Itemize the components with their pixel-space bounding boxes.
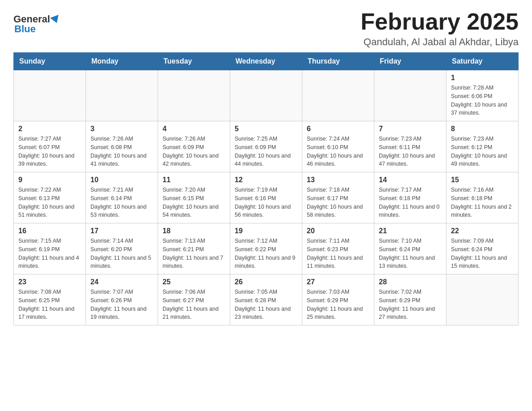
- calendar-day-header: Sunday: [14, 53, 86, 70]
- day-info: Sunrise: 7:19 AMSunset: 6:16 PMDaylight:…: [235, 186, 297, 219]
- day-number: 16: [18, 227, 81, 235]
- day-number: 19: [235, 227, 297, 235]
- calendar-day-cell: 28Sunrise: 7:02 AMSunset: 6:29 PMDayligh…: [374, 274, 446, 325]
- page-header: General Blue February 2025 Qandulah, Al …: [13, 9, 519, 48]
- day-info: Sunrise: 7:12 AMSunset: 6:22 PMDaylight:…: [235, 237, 297, 270]
- calendar-day-cell: 4Sunrise: 7:26 AMSunset: 6:09 PMDaylight…: [158, 121, 230, 172]
- day-number: 9: [18, 176, 81, 184]
- day-number: 15: [451, 176, 514, 184]
- calendar-day-cell: [230, 70, 302, 121]
- calendar-day-header: Saturday: [446, 53, 519, 70]
- calendar-day-cell: [446, 274, 519, 325]
- day-number: 11: [163, 176, 225, 184]
- day-info: Sunrise: 7:10 AMSunset: 6:24 PMDaylight:…: [379, 237, 442, 270]
- calendar-day-header: Monday: [86, 53, 158, 70]
- day-info: Sunrise: 7:08 AMSunset: 6:25 PMDaylight:…: [18, 288, 81, 321]
- calendar-day-cell: 24Sunrise: 7:07 AMSunset: 6:26 PMDayligh…: [86, 274, 158, 325]
- day-info: Sunrise: 7:16 AMSunset: 6:18 PMDaylight:…: [451, 186, 514, 219]
- day-number: 22: [451, 227, 514, 235]
- calendar-day-cell: 14Sunrise: 7:17 AMSunset: 6:18 PMDayligh…: [374, 172, 446, 223]
- calendar-week-row: 2Sunrise: 7:27 AMSunset: 6:07 PMDaylight…: [14, 121, 519, 172]
- day-info: Sunrise: 7:20 AMSunset: 6:15 PMDaylight:…: [163, 186, 225, 219]
- day-number: 21: [379, 227, 442, 235]
- calendar-day-cell: 1Sunrise: 7:28 AMSunset: 6:06 PMDaylight…: [446, 70, 519, 121]
- day-number: 20: [307, 227, 369, 235]
- day-info: Sunrise: 7:14 AMSunset: 6:20 PMDaylight:…: [90, 237, 153, 270]
- day-info: Sunrise: 7:23 AMSunset: 6:12 PMDaylight:…: [451, 135, 514, 168]
- logo: General Blue: [13, 13, 60, 35]
- day-number: 27: [307, 278, 369, 286]
- day-number: 6: [307, 125, 369, 133]
- calendar-day-cell: 18Sunrise: 7:13 AMSunset: 6:21 PMDayligh…: [158, 223, 230, 274]
- title-section: February 2025 Qandulah, Al Jabal al Akhd…: [360, 9, 519, 48]
- calendar-day-cell: 6Sunrise: 7:24 AMSunset: 6:10 PMDaylight…: [302, 121, 374, 172]
- calendar-day-cell: 10Sunrise: 7:21 AMSunset: 6:14 PMDayligh…: [86, 172, 158, 223]
- calendar-day-cell: 25Sunrise: 7:06 AMSunset: 6:27 PMDayligh…: [158, 274, 230, 325]
- day-info: Sunrise: 7:21 AMSunset: 6:14 PMDaylight:…: [90, 186, 153, 219]
- calendar-day-cell: 11Sunrise: 7:20 AMSunset: 6:15 PMDayligh…: [158, 172, 230, 223]
- calendar-day-cell: 8Sunrise: 7:23 AMSunset: 6:12 PMDaylight…: [446, 121, 519, 172]
- day-info: Sunrise: 7:26 AMSunset: 6:09 PMDaylight:…: [163, 135, 225, 168]
- day-info: Sunrise: 7:28 AMSunset: 6:06 PMDaylight:…: [451, 84, 514, 117]
- logo-blue-text: Blue: [14, 23, 36, 34]
- logo-triangle-icon: [50, 15, 61, 25]
- day-number: 13: [307, 176, 369, 184]
- calendar-week-row: 16Sunrise: 7:15 AMSunset: 6:19 PMDayligh…: [14, 223, 519, 274]
- calendar-day-header: Wednesday: [230, 53, 302, 70]
- calendar-day-cell: 20Sunrise: 7:11 AMSunset: 6:23 PMDayligh…: [302, 223, 374, 274]
- day-info: Sunrise: 7:13 AMSunset: 6:21 PMDaylight:…: [163, 237, 225, 270]
- calendar-week-row: 23Sunrise: 7:08 AMSunset: 6:25 PMDayligh…: [14, 274, 519, 325]
- calendar-table: SundayMondayTuesdayWednesdayThursdayFrid…: [13, 52, 519, 325]
- calendar-day-cell: 12Sunrise: 7:19 AMSunset: 6:16 PMDayligh…: [230, 172, 302, 223]
- calendar-day-cell: 13Sunrise: 7:18 AMSunset: 6:17 PMDayligh…: [302, 172, 374, 223]
- day-number: 17: [90, 227, 153, 235]
- calendar-day-cell: 7Sunrise: 7:23 AMSunset: 6:11 PMDaylight…: [374, 121, 446, 172]
- calendar-day-cell: [158, 70, 230, 121]
- day-number: 7: [379, 125, 442, 133]
- day-info: Sunrise: 7:02 AMSunset: 6:29 PMDaylight:…: [379, 288, 442, 321]
- day-number: 5: [235, 125, 297, 133]
- day-number: 10: [90, 176, 153, 184]
- day-number: 25: [163, 278, 225, 286]
- calendar-week-row: 1Sunrise: 7:28 AMSunset: 6:06 PMDaylight…: [14, 70, 519, 121]
- day-info: Sunrise: 7:18 AMSunset: 6:17 PMDaylight:…: [307, 186, 369, 219]
- day-number: 18: [163, 227, 225, 235]
- calendar-day-cell: [302, 70, 374, 121]
- calendar-header-row: SundayMondayTuesdayWednesdayThursdayFrid…: [14, 53, 519, 70]
- day-number: 26: [235, 278, 297, 286]
- day-number: 2: [18, 125, 81, 133]
- day-info: Sunrise: 7:23 AMSunset: 6:11 PMDaylight:…: [379, 135, 442, 168]
- day-number: 8: [451, 125, 514, 133]
- day-number: 12: [235, 176, 297, 184]
- calendar-week-row: 9Sunrise: 7:22 AMSunset: 6:13 PMDaylight…: [14, 172, 519, 223]
- calendar-day-cell: 21Sunrise: 7:10 AMSunset: 6:24 PMDayligh…: [374, 223, 446, 274]
- calendar-day-cell: 2Sunrise: 7:27 AMSunset: 6:07 PMDaylight…: [14, 121, 86, 172]
- day-info: Sunrise: 7:07 AMSunset: 6:26 PMDaylight:…: [90, 288, 153, 321]
- day-number: 1: [451, 74, 514, 82]
- day-info: Sunrise: 7:26 AMSunset: 6:08 PMDaylight:…: [90, 135, 153, 168]
- calendar-day-cell: 16Sunrise: 7:15 AMSunset: 6:19 PMDayligh…: [14, 223, 86, 274]
- day-info: Sunrise: 7:24 AMSunset: 6:10 PMDaylight:…: [307, 135, 369, 168]
- day-info: Sunrise: 7:25 AMSunset: 6:09 PMDaylight:…: [235, 135, 297, 168]
- day-number: 14: [379, 176, 442, 184]
- calendar-day-cell: 19Sunrise: 7:12 AMSunset: 6:22 PMDayligh…: [230, 223, 302, 274]
- calendar-day-cell: 23Sunrise: 7:08 AMSunset: 6:25 PMDayligh…: [14, 274, 86, 325]
- calendar-day-cell: 5Sunrise: 7:25 AMSunset: 6:09 PMDaylight…: [230, 121, 302, 172]
- day-info: Sunrise: 7:22 AMSunset: 6:13 PMDaylight:…: [18, 186, 81, 219]
- page-title: February 2025: [360, 9, 519, 34]
- calendar-day-header: Thursday: [302, 53, 374, 70]
- day-info: Sunrise: 7:06 AMSunset: 6:27 PMDaylight:…: [163, 288, 225, 321]
- day-info: Sunrise: 7:03 AMSunset: 6:29 PMDaylight:…: [307, 288, 369, 321]
- calendar-day-header: Friday: [374, 53, 446, 70]
- day-info: Sunrise: 7:09 AMSunset: 6:24 PMDaylight:…: [451, 237, 514, 270]
- day-number: 23: [18, 278, 81, 286]
- day-number: 28: [379, 278, 442, 286]
- calendar-day-cell: 3Sunrise: 7:26 AMSunset: 6:08 PMDaylight…: [86, 121, 158, 172]
- calendar-day-cell: 22Sunrise: 7:09 AMSunset: 6:24 PMDayligh…: [446, 223, 519, 274]
- day-info: Sunrise: 7:11 AMSunset: 6:23 PMDaylight:…: [307, 237, 369, 270]
- calendar-day-cell: [374, 70, 446, 121]
- day-info: Sunrise: 7:27 AMSunset: 6:07 PMDaylight:…: [18, 135, 81, 168]
- day-info: Sunrise: 7:05 AMSunset: 6:28 PMDaylight:…: [235, 288, 297, 321]
- day-number: 3: [90, 125, 153, 133]
- calendar-day-cell: 26Sunrise: 7:05 AMSunset: 6:28 PMDayligh…: [230, 274, 302, 325]
